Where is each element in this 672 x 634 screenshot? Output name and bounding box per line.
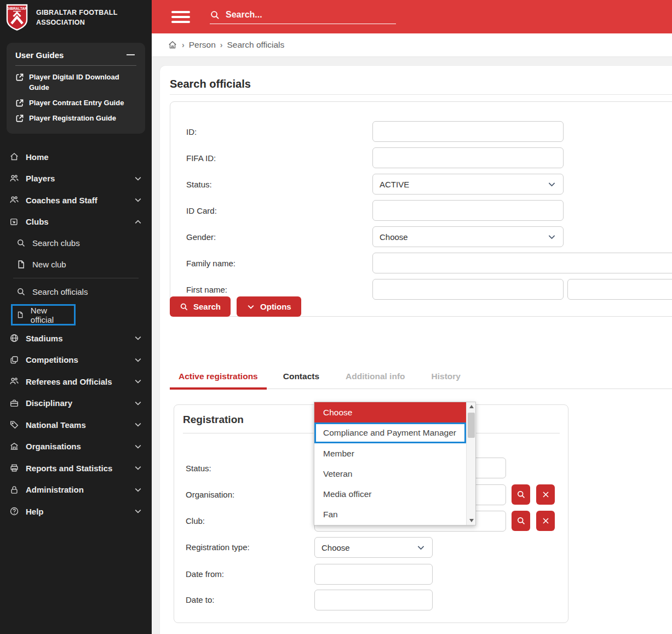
- sidebar-item-search-clubs[interactable]: Search clubs: [0, 232, 152, 254]
- menu-toggle-icon[interactable]: [171, 11, 190, 23]
- option-veteran[interactable]: Veteran: [314, 464, 466, 484]
- id-input[interactable]: [373, 122, 563, 141]
- status-select[interactable]: ACTIVE: [372, 174, 564, 195]
- fifa-id-label: FIFA ID:: [186, 153, 216, 163]
- gender-select-value: Choose: [380, 232, 408, 242]
- fifa-id-field-wrap: [372, 147, 564, 168]
- registration-type-select[interactable]: Choose: [314, 537, 433, 558]
- sidebar-item-national-teams[interactable]: National Teams: [0, 414, 152, 436]
- divider: [170, 94, 672, 95]
- organisation-search-button[interactable]: [512, 484, 530, 505]
- gender-label: Gender:: [186, 232, 216, 242]
- option-member[interactable]: Member: [314, 443, 466, 464]
- dropdown-scrollbar[interactable]: [466, 402, 475, 525]
- coaches-icon: [9, 195, 19, 205]
- breadcrumb-separator: ›: [220, 41, 223, 49]
- club-clear-button[interactable]: [536, 511, 555, 531]
- id-label: ID:: [186, 127, 197, 136]
- home-icon[interactable]: [168, 40, 177, 50]
- guide-link-contract-entry[interactable]: Player Contract Entry Guide: [15, 98, 136, 108]
- tab-contacts[interactable]: Contacts: [274, 367, 328, 389]
- chevron-down-icon: [134, 196, 142, 204]
- sidebar-item-clubs[interactable]: Clubs: [0, 211, 152, 233]
- search-button[interactable]: Search: [170, 296, 231, 317]
- clubs-submenu: Search clubs New club Search officials N…: [0, 232, 152, 325]
- option-media-officer[interactable]: Media officer: [314, 484, 466, 504]
- players-icon: [9, 174, 19, 184]
- option-choose[interactable]: Choose: [314, 402, 466, 422]
- breadcrumb-search-officials: Search officials: [227, 40, 284, 50]
- family-name-input[interactable]: [373, 253, 672, 273]
- scrollbar-thumb[interactable]: [468, 413, 475, 438]
- sidebar-item-help[interactable]: Help: [0, 500, 152, 522]
- search-icon: [516, 490, 526, 499]
- first-name-label: First name:: [186, 285, 227, 294]
- chevron-down-icon: [134, 486, 142, 494]
- sidebar-item-coaches-and-staff[interactable]: Coaches and Staff: [0, 189, 152, 211]
- global-search: [210, 10, 396, 24]
- sidebar-item-disciplinary[interactable]: Disciplinary: [0, 392, 152, 414]
- search-icon: [16, 287, 26, 296]
- guide-link-registration[interactable]: Player Registration Guide: [15, 113, 136, 124]
- id-card-input[interactable]: [373, 201, 563, 220]
- tab-active-registrations[interactable]: Active registrations: [170, 367, 267, 389]
- org-header: GIBRALTAR GIBRALTAR FOOTBALL ASSOCIATION: [0, 0, 152, 35]
- chevron-down-icon: [134, 507, 142, 516]
- sidebar-item-stadiums[interactable]: Stadiums: [0, 327, 152, 349]
- svg-text:GIBRALTAR: GIBRALTAR: [7, 7, 27, 10]
- sidebar-item-search-officials[interactable]: Search officials: [0, 281, 152, 302]
- status-dropdown-options: Choose Compliance and Payment Manager Me…: [314, 402, 466, 525]
- organisation-label: Organisation:: [186, 490, 234, 499]
- breadcrumb-person[interactable]: Person: [189, 40, 216, 50]
- collapse-icon[interactable]: [127, 50, 136, 60]
- date-to-input[interactable]: [315, 590, 432, 610]
- club-search-button[interactable]: [512, 511, 530, 531]
- registration-title: Registration: [183, 414, 244, 426]
- breadcrumb-separator: ›: [182, 41, 185, 49]
- gender-select[interactable]: Choose: [372, 226, 564, 247]
- sidebar-item-administration[interactable]: Administration: [0, 479, 152, 501]
- organisation-clear-button[interactable]: [536, 484, 555, 505]
- fifa-id-input[interactable]: [373, 148, 563, 168]
- chevron-down-icon: [547, 232, 556, 242]
- sidebar-item-players[interactable]: Players: [0, 168, 152, 190]
- status-dropdown-menu: Choose Compliance and Payment Manager Me…: [314, 402, 476, 526]
- options-button[interactable]: Options: [237, 296, 301, 317]
- registration-type-label: Registration type:: [186, 542, 250, 552]
- scroll-down-icon[interactable]: [467, 516, 476, 525]
- sidebar-item-referees-and-officials[interactable]: Referees and Officials: [0, 370, 152, 392]
- id-card-label: ID Card:: [186, 206, 217, 215]
- lock-icon: [9, 485, 19, 495]
- x-icon: [542, 490, 550, 499]
- chevron-down-icon: [134, 399, 142, 408]
- id-card-field-wrap: [372, 200, 564, 221]
- chevron-down-icon: [547, 180, 556, 189]
- page-title: Search officials: [170, 78, 251, 90]
- chevron-up-icon: [134, 218, 142, 226]
- date-from-label: Date from:: [186, 569, 224, 579]
- sidebar-item-reports-and-statistics[interactable]: Reports and Statistics: [0, 457, 152, 479]
- sidebar: GIBRALTAR GIBRALTAR FOOTBALL ASSOCIATION…: [0, 0, 152, 634]
- sidebar-item-new-club[interactable]: New club: [0, 254, 152, 275]
- first-name-field-wrap: [372, 279, 564, 300]
- sidebar-item-organisations[interactable]: Organisations: [0, 436, 152, 458]
- file-icon: [16, 260, 26, 269]
- option-compliance-and-payment-manager[interactable]: Compliance and Payment Manager: [314, 422, 466, 443]
- divider: [13, 278, 139, 278]
- search-input[interactable]: [226, 10, 379, 20]
- first-name-input[interactable]: [373, 279, 563, 299]
- printer-icon: [9, 463, 19, 473]
- sidebar-item-home[interactable]: Home: [0, 146, 152, 168]
- first-name-2-input[interactable]: [568, 279, 672, 299]
- scroll-up-icon[interactable]: [467, 402, 476, 411]
- home-icon: [9, 152, 19, 162]
- tag-icon: [9, 420, 19, 430]
- sidebar-item-competitions[interactable]: Competitions: [0, 349, 152, 371]
- option-fan[interactable]: Fan: [314, 504, 466, 524]
- sidebar-item-new-official[interactable]: New official: [13, 306, 74, 324]
- date-from-input[interactable]: [315, 564, 432, 584]
- application-window: GIBRALTAR GIBRALTAR FOOTBALL ASSOCIATION…: [0, 0, 672, 634]
- guide-link-digital-id[interactable]: Player Digital ID Download Guide: [15, 72, 136, 93]
- sidebar-nav: Home Players Coaches and Staff Clubs: [0, 146, 152, 232]
- x-icon: [542, 517, 550, 525]
